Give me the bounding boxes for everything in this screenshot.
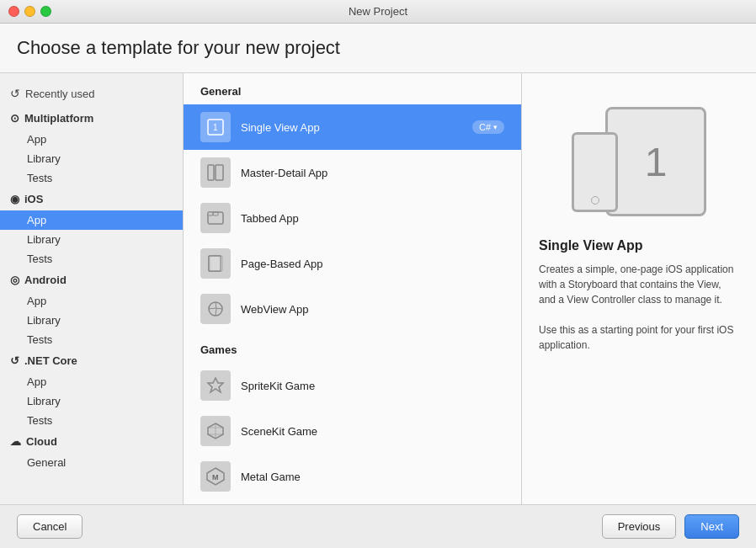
close-button[interactable]: [8, 6, 19, 17]
svg-text:M: M: [212, 473, 219, 481]
sidebar-item-ios-tests[interactable]: Tests: [0, 249, 183, 269]
template-item-master-detail-app-name: Master-Detail App: [241, 167, 504, 179]
sidebar-item-multiplatform-tests[interactable]: Tests: [0, 168, 183, 188]
preview-area: 1: [539, 90, 739, 238]
svg-rect-3: [216, 165, 223, 180]
multiplatform-icon: ⊙: [10, 112, 19, 125]
template-item-single-view-app[interactable]: 1 Single View App C# ▾: [184, 104, 521, 150]
sidebar-section-dotnetcore[interactable]: ↺ .NET Core: [0, 349, 183, 372]
spritekit-game-icon: [200, 370, 231, 401]
lang-badge-cs[interactable]: C# ▾: [472, 120, 504, 134]
sidebar: ↺ Recently used ⊙ Multiplatform App Libr…: [0, 73, 184, 504]
sidebar-item-dotnetcore-tests[interactable]: Tests: [0, 411, 183, 430]
section-label-general: General: [184, 73, 521, 104]
svg-point-10: [209, 302, 222, 316]
sidebar-section-ios-label: iOS: [24, 193, 43, 205]
template-item-spritekit-game-name: SpriteKit Game: [241, 380, 504, 392]
sidebar-section-android-label: Android: [24, 274, 67, 286]
template-item-single-view-app-name: Single View App: [241, 121, 462, 134]
lang-badge-label: C#: [479, 122, 491, 132]
template-item-tabbed-app[interactable]: Tabbed App: [184, 195, 521, 241]
title-bar: New Project: [0, 0, 756, 24]
sidebar-section-multiplatform-label: Multiplatform: [24, 112, 93, 125]
ios-icon: ◉: [10, 193, 19, 205]
window-controls: [8, 6, 51, 17]
phone-home-button: [591, 196, 599, 205]
sidebar-item-dotnetcore-app[interactable]: App: [0, 372, 183, 391]
svg-text:1: 1: [213, 123, 218, 132]
sidebar-item-ios-app[interactable]: App: [0, 210, 183, 230]
footer-right: Previous Next: [602, 514, 739, 539]
previous-button[interactable]: Previous: [602, 514, 677, 539]
sidebar-item-ios-library[interactable]: Library: [0, 230, 183, 249]
sidebar-item-recently-used[interactable]: ↺ Recently used: [0, 80, 183, 107]
tablet-preview: 1: [605, 107, 706, 216]
template-item-page-based-app[interactable]: Page-Based App: [184, 241, 521, 286]
single-view-app-icon: 1: [200, 112, 231, 142]
template-item-page-based-app-name: Page-Based App: [241, 258, 504, 270]
svg-rect-5: [208, 212, 213, 215]
sidebar-section-cloud-label: Cloud: [26, 435, 57, 448]
template-item-tabbed-app-name: Tabbed App: [241, 212, 504, 225]
window-title: New Project: [349, 5, 407, 18]
footer-left: Cancel: [17, 514, 602, 539]
description-line2: Use this as a starting point for your fi…: [539, 324, 733, 351]
tabbed-app-icon: [200, 203, 231, 233]
sidebar-section-android[interactable]: ◎ Android: [0, 269, 183, 291]
template-preview-title: Single View App: [539, 238, 739, 253]
template-item-webview-app-name: WebView App: [241, 303, 504, 316]
metal-game-icon: M: [200, 461, 231, 492]
sidebar-item-multiplatform-app[interactable]: App: [0, 130, 183, 149]
sidebar-section-multiplatform[interactable]: ⊙ Multiplatform: [0, 107, 183, 130]
template-item-scenekit-game-name: SceneKit Game: [241, 425, 504, 438]
scenekit-game-icon: [200, 416, 231, 446]
sidebar-section-ios[interactable]: ◉ iOS: [0, 188, 183, 210]
next-button[interactable]: Next: [684, 514, 739, 539]
template-item-webview-app[interactable]: WebView App: [184, 286, 521, 332]
dotnet-icon: ↺: [10, 354, 19, 367]
template-item-scenekit-game[interactable]: SceneKit Game: [184, 408, 521, 454]
section-label-games: Games: [184, 332, 521, 363]
preview-graphic: 1: [572, 107, 706, 225]
footer: Cancel Previous Next: [0, 504, 756, 548]
template-item-spritekit-game[interactable]: SpriteKit Game: [184, 363, 521, 408]
template-preview-description: Creates a simple, one-page iOS applicati…: [539, 262, 739, 353]
right-panel: 1 Single View App Creates a simple, one-…: [522, 73, 756, 504]
master-detail-app-icon: [200, 157, 231, 188]
recently-used-icon: ↺: [10, 87, 20, 100]
svg-marker-11: [208, 378, 223, 392]
sidebar-item-android-app[interactable]: App: [0, 291, 183, 311]
phone-preview: [572, 132, 618, 212]
sidebar-item-dotnetcore-library[interactable]: Library: [0, 391, 183, 411]
sidebar-item-android-tests[interactable]: Tests: [0, 330, 183, 349]
sidebar-item-android-library[interactable]: Library: [0, 311, 183, 330]
recently-used-label: Recently used: [25, 88, 94, 100]
android-icon: ◎: [10, 274, 19, 286]
center-panel: General 1 Single View App C# ▾ Mas: [184, 73, 522, 504]
webview-app-icon: [200, 294, 231, 324]
maximize-button[interactable]: [40, 6, 51, 17]
template-item-metal-game[interactable]: M Metal Game: [184, 454, 521, 499]
sidebar-item-multiplatform-library[interactable]: Library: [0, 149, 183, 168]
page-header: Choose a template for your new project: [0, 24, 756, 73]
sidebar-item-cloud-general[interactable]: General: [0, 453, 183, 472]
description-line1: Creates a simple, one-page iOS applicati…: [539, 263, 733, 306]
page-based-app-icon: [200, 248, 231, 279]
cancel-button[interactable]: Cancel: [17, 514, 83, 539]
minimize-button[interactable]: [24, 6, 35, 17]
main-content: ↺ Recently used ⊙ Multiplatform App Libr…: [0, 73, 756, 504]
template-item-master-detail-app[interactable]: Master-Detail App: [184, 150, 521, 195]
cloud-icon: ☁: [10, 435, 21, 448]
sidebar-section-dotnetcore-label: .NET Core: [24, 354, 77, 367]
sidebar-section-cloud[interactable]: ☁ Cloud: [0, 430, 183, 453]
page-title: Choose a template for your new project: [17, 37, 739, 59]
template-item-metal-game-name: Metal Game: [241, 471, 504, 483]
svg-rect-9: [209, 256, 221, 271]
lang-badge-arrow: ▾: [493, 123, 498, 131]
preview-number: 1: [645, 139, 668, 185]
svg-rect-2: [208, 165, 214, 180]
